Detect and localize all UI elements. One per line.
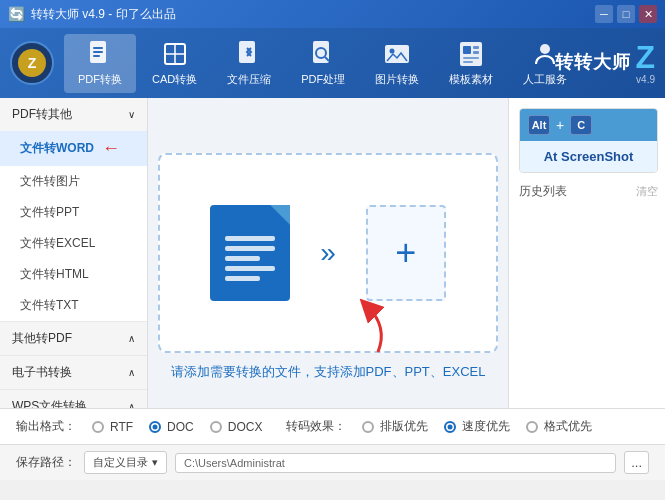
c-key: C — [570, 115, 592, 135]
save-bar: 保存路径： 自定义目录 ▾ C:\Users\Administrat ... — [0, 444, 665, 480]
svg-rect-16 — [473, 51, 479, 54]
custom-dir-label: 自定义目录 — [93, 455, 148, 470]
sidebar-item-txt[interactable]: 文件转TXT — [0, 290, 147, 321]
effect-layout-group: 排版优先 — [362, 418, 428, 435]
sidebar-header-other-pdf-label: 其他转PDF — [12, 330, 72, 347]
radio-docx[interactable] — [210, 421, 222, 433]
history-clear-button[interactable]: 清空 — [636, 184, 658, 199]
convert-arrow-icon: » — [320, 237, 336, 269]
effect-speed-group: 速度优先 — [444, 418, 510, 435]
nav-image-label: 图片转换 — [375, 72, 419, 87]
sidebar-item-image-label: 文件转图片 — [20, 173, 80, 190]
sidebar-item-ppt[interactable]: 文件转PPT — [0, 197, 147, 228]
sidebar-header-pdf-other-label: PDF转其他 — [12, 106, 72, 123]
sidebar-header-wps-label: WPS文件转换 — [12, 398, 87, 408]
plus-separator: + — [556, 117, 564, 133]
dropdown-arrow-icon: ▾ — [152, 456, 158, 469]
window-title: 转转大师 v4.9 - 印了么出品 — [31, 6, 176, 23]
at-label: At — [544, 149, 561, 164]
nav-pdf-label: PDF转换 — [78, 72, 122, 87]
minimize-button[interactable]: ─ — [595, 5, 613, 23]
effect-format-group: 格式优先 — [526, 418, 592, 435]
path-value: C:\Users\Administrat — [184, 457, 285, 469]
nav-pdf[interactable]: PDF转换 — [64, 34, 136, 93]
right-panel: Alt + C At ScreenShot 历史列表 清空 — [508, 98, 665, 408]
screenshot-header: Alt + C — [520, 109, 657, 141]
sidebar: PDF转其他 ∨ 文件转WORD ← 文件转图片 文件转PPT 文件转EXCEL… — [0, 98, 148, 408]
radio-rtf[interactable] — [92, 421, 104, 433]
brand-name: 转转大师 — [555, 50, 631, 74]
history-header: 历史列表 清空 — [519, 183, 658, 200]
doc-line-2 — [225, 246, 275, 251]
sidebar-header-other-pdf[interactable]: 其他转PDF ∧ — [0, 322, 147, 355]
sidebar-item-image[interactable]: 文件转图片 — [0, 166, 147, 197]
chevron-up-icon-3: ∧ — [128, 401, 135, 408]
pdf-icon — [86, 40, 114, 68]
toolbar: Z PDF转换 CAD转换 — [0, 28, 665, 98]
doc-line-4 — [225, 266, 275, 271]
format-doc-group: DOC — [149, 420, 194, 434]
sidebar-header-ebook[interactable]: 电子书转换 ∧ — [0, 356, 147, 389]
svg-rect-3 — [93, 55, 100, 57]
nav-cad[interactable]: CAD转换 — [138, 34, 211, 93]
svg-rect-15 — [473, 46, 479, 49]
sidebar-item-excel-label: 文件转EXCEL — [20, 235, 95, 252]
format-docx-label: DOCX — [228, 420, 263, 434]
radio-layout[interactable] — [362, 421, 374, 433]
svg-rect-2 — [93, 51, 103, 53]
close-button[interactable]: ✕ — [639, 5, 657, 23]
sidebar-item-excel[interactable]: 文件转EXCEL — [0, 228, 147, 259]
screenshot-text: ScreenShot — [561, 149, 633, 164]
sidebar-header-wps[interactable]: WPS文件转换 ∧ — [0, 390, 147, 408]
nav-image[interactable]: 图片转换 — [361, 34, 433, 93]
main-layout: PDF转其他 ∨ 文件转WORD ← 文件转图片 文件转PPT 文件转EXCEL… — [0, 98, 665, 408]
nav-compress-label: 文件压缩 — [227, 72, 271, 87]
doc-lines — [215, 216, 285, 291]
sidebar-section-wps: WPS文件转换 ∧ — [0, 390, 147, 408]
toolbar-brand: 转转大师 Z v4.9 — [555, 41, 655, 85]
add-file-box[interactable]: + — [366, 205, 446, 301]
image-icon — [383, 40, 411, 68]
maximize-button[interactable]: □ — [617, 5, 635, 23]
radio-speed[interactable] — [444, 421, 456, 433]
app-logo: Z — [10, 41, 54, 85]
nav-compress[interactable]: 文件压缩 — [213, 34, 285, 93]
radio-doc[interactable] — [149, 421, 161, 433]
save-path-input[interactable]: C:\Users\Administrat — [175, 453, 616, 473]
effect-layout-label: 排版优先 — [380, 418, 428, 435]
nav-cad-label: CAD转换 — [152, 72, 197, 87]
format-rtf-label: RTF — [110, 420, 133, 434]
effect-label: 转码效果： — [286, 418, 346, 435]
sidebar-header-ebook-label: 电子书转换 — [12, 364, 72, 381]
radio-format[interactable] — [526, 421, 538, 433]
sidebar-item-html[interactable]: 文件转HTML — [0, 259, 147, 290]
sidebar-section-ebook: 电子书转换 ∧ — [0, 356, 147, 390]
title-bar-controls: ─ □ ✕ — [595, 5, 657, 23]
output-format-label: 输出格式： — [16, 418, 76, 435]
svg-rect-1 — [93, 47, 103, 49]
sidebar-item-ppt-label: 文件转PPT — [20, 204, 79, 221]
screenshot-box: Alt + C At ScreenShot — [519, 108, 658, 173]
bottom-options-bar: 输出格式： RTF DOC DOCX 转码效果： 排版优先 速度优先 格式优先 — [0, 408, 665, 444]
drop-zone[interactable]: » + 请添加需要转换的文件，支持添加PDF、PPT、EXCEL — [158, 153, 498, 353]
doc-line-1 — [225, 236, 275, 241]
chevron-up-icon-2: ∧ — [128, 367, 135, 378]
sidebar-item-html-label: 文件转HTML — [20, 266, 89, 283]
doc-line-5 — [225, 276, 260, 281]
effect-format-label: 格式优先 — [544, 418, 592, 435]
sidebar-item-word-label: 文件转WORD — [20, 140, 94, 157]
screenshot-label: At ScreenShot — [520, 141, 657, 172]
sidebar-item-word[interactable]: 文件转WORD ← — [0, 131, 147, 166]
title-bar: 🔄 转转大师 v4.9 - 印了么出品 ─ □ ✕ — [0, 0, 665, 28]
compress-icon — [235, 40, 263, 68]
doc-line-3 — [225, 256, 260, 261]
svg-rect-17 — [463, 57, 479, 59]
nav-pdfprocess[interactable]: PDF处理 — [287, 34, 359, 93]
brand-version: v4.9 — [636, 74, 655, 85]
custom-dir-dropdown[interactable]: 自定义目录 ▾ — [84, 451, 167, 474]
pdfprocess-icon — [309, 40, 337, 68]
more-options-button[interactable]: ... — [624, 451, 649, 474]
nav-template[interactable]: 模板素材 — [435, 34, 507, 93]
cad-icon — [161, 40, 189, 68]
sidebar-header-pdf-other[interactable]: PDF转其他 ∨ — [0, 98, 147, 131]
